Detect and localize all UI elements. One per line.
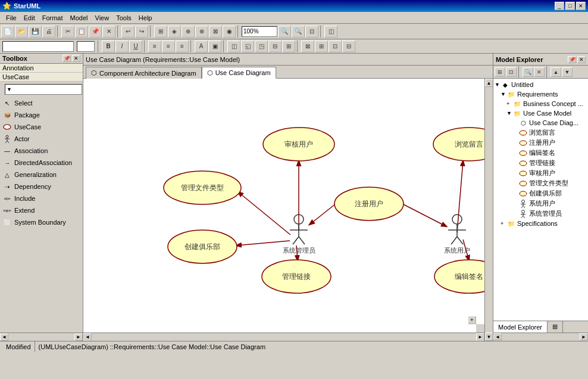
zoom-out-button[interactable]: 🔍 [292,26,305,38]
menu-view[interactable]: View [92,13,113,23]
scroll-up-btn[interactable]: ▲ [485,79,493,87]
delete-button[interactable]: ✕ [102,26,115,38]
tree-item-editsig[interactable]: 编辑签名 [512,148,587,158]
explorer-tb1[interactable]: ⊞ [495,67,505,77]
minimize-button[interactable]: _ [555,2,564,10]
scroll-down-btn[interactable]: ▼ [485,333,493,341]
tab-component[interactable]: ⬡ Component Architecture Diagram [86,67,202,79]
align-center-button[interactable]: ≡ [162,41,175,52]
format-extra2[interactable]: ◱ [241,41,254,52]
tab-usecase[interactable]: ⬡ Use Case Diagram [202,67,276,79]
explorer-tb3[interactable]: 🔍 [523,67,533,77]
explorer-tb4[interactable]: ✕ [534,67,545,77]
open-button[interactable]: 📂 [15,26,28,38]
tb-btn-extra5[interactable]: ⊠ [209,26,222,38]
tree-item-specifications[interactable]: + 📁 Specifications [501,219,587,228]
tb-btn-extra1[interactable]: ⊞ [154,26,167,38]
layout-extra2[interactable]: ⊞ [315,41,328,52]
tb-btn-extra3[interactable]: ⊕ [182,26,195,38]
toolbox-pin-button[interactable]: 📌 [62,55,71,62]
tree-toggle-untitled[interactable]: ▼ [495,82,501,88]
menu-edit[interactable]: Edit [20,13,39,23]
diagram-canvas[interactable]: 审核用户 浏览留言 管理文件类型 注册用户 创建俱乐部 [83,79,484,333]
toolbox-item-dependency[interactable]: ⇢ Dependency [0,181,83,192]
tree-item-businessconcept[interactable]: + 📁 Business Concept ... [506,99,587,108]
underline-button[interactable]: U [129,41,142,52]
toolbox-item-generalization[interactable]: △ Generalization [0,169,83,181]
align-left-button[interactable]: ≡ [148,41,161,52]
menu-help[interactable]: Help [135,13,156,23]
tb-btn-extra4[interactable]: ⊗ [195,26,208,38]
toolbox-item-usecase[interactable]: UseCase [0,121,83,133]
zoom-in-button[interactable]: 🔍 [278,26,291,38]
toolbox-item-select[interactable]: ↖ Select [0,97,83,109]
menu-tools[interactable]: Tools [112,13,135,23]
align-right-button[interactable]: ≡ [176,41,189,52]
italic-button[interactable]: I [115,41,129,52]
format-extra4[interactable]: ⊟ [268,41,282,52]
scroll-left-btn[interactable]: ◄ [83,333,92,341]
font-family-input[interactable] [2,41,74,52]
toolbox-section-annotation[interactable]: Annotation [0,64,83,73]
layout-extra3[interactable]: ⊡ [329,41,342,52]
explorer-tab-model[interactable]: Model Explorer [493,321,548,333]
toolbox-scroll-left[interactable]: ◄ [0,334,8,341]
scroll-right-btn[interactable]: ► [476,333,484,341]
explorer-pin-button[interactable]: 📌 [568,56,576,63]
window-controls[interactable]: _ □ ✕ [555,2,586,10]
toolbox-dropdown[interactable]: ▼ [5,84,82,95]
tree-item-sysadmin[interactable]: 系统管理员 [512,209,587,219]
toolbox-item-directedassociation[interactable]: → DirectedAssociation [0,157,83,169]
toolbox-item-package[interactable]: 📦 Package [0,109,83,121]
toolbox-item-include[interactable]: «i» Include [0,192,83,204]
layout-extra1[interactable]: ⊠ [301,41,314,52]
tree-item-createclub[interactable]: 创建俱乐部 [512,188,587,198]
tree-toggle-usecasemodel[interactable]: ▼ [506,110,512,116]
menu-file[interactable]: File [2,13,20,23]
toolbox-section-usecase[interactable]: UseCase [0,73,83,82]
toolbox-scrollbar-h[interactable]: ◄ ► [0,333,83,341]
cut-button[interactable]: ✂ [61,26,74,38]
format-extra5[interactable]: ⊞ [282,41,295,52]
v-scrollbar[interactable]: ▲ ▼ [484,79,493,341]
tree-toggle-requirements[interactable]: ▼ [501,91,506,97]
zoom-input[interactable] [242,26,277,37]
tree-toggle-businessconcept[interactable]: + [506,101,512,107]
color-button[interactable]: A [195,41,208,52]
toolbox-item-actor[interactable]: Actor [0,133,83,145]
zoom-fit-button[interactable]: ⊡ [305,26,318,38]
layout-extra4[interactable]: ⊟ [342,41,355,52]
menu-format[interactable]: Format [39,13,67,23]
tree-item-usecasediagram[interactable]: ⬡ Use Case Diag... [512,118,587,128]
tb-btn-extra6[interactable]: ◉ [223,26,236,38]
fill-button[interactable]: ▣ [208,41,221,52]
save-button[interactable]: 💾 [29,26,42,38]
toolbox-item-extend[interactable]: «e» Extend [0,204,83,216]
maximize-button[interactable]: □ [565,2,575,10]
tree-item-managefile[interactable]: 管理文件类型 [512,178,587,188]
format-extra3[interactable]: ◳ [255,41,268,52]
explorer-scroll-right[interactable]: ► [580,333,588,340]
new-button[interactable]: 📄 [1,26,14,38]
menu-model[interactable]: Model [67,13,92,23]
explorer-tb2[interactable]: ⊡ [506,67,517,77]
toolbox-scroll-right[interactable]: ► [74,334,83,341]
redo-button[interactable]: ↪ [135,26,148,38]
tb-extra7[interactable]: ◫ [324,26,337,38]
tree-item-register[interactable]: 注册用户 [512,138,587,148]
toolbox-item-systemboundary[interactable]: ⬜ System Boundary [0,216,83,228]
toolbox-item-association[interactable]: — Association [0,145,83,157]
explorer-tab-extra[interactable]: ⊞ [548,321,563,333]
tree-item-managelink[interactable]: 管理链接 [512,158,587,168]
paste-button[interactable]: 📌 [89,26,102,38]
print-button[interactable]: 🖨 [42,26,55,38]
explorer-close-button[interactable]: ✕ [577,56,586,63]
explorer-tb6[interactable]: ▼ [562,67,573,77]
copy-button[interactable]: 📋 [75,26,88,38]
tb-btn-extra2[interactable]: ◈ [168,26,181,38]
explorer-scrollbar-h[interactable]: ◄ ► [493,333,588,341]
h-scrollbar[interactable]: ◄ ► [83,333,484,341]
undo-button[interactable]: ↩ [121,26,135,38]
explorer-tb5[interactable]: ▲ [551,67,561,77]
format-extra1[interactable]: ◫ [227,41,240,52]
